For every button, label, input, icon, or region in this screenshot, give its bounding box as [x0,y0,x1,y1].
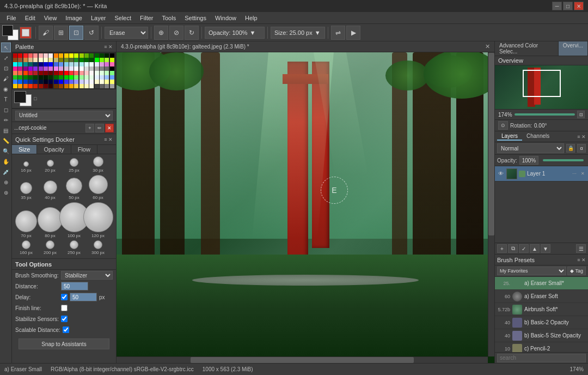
palette-color-83[interactable] [28,71,33,75]
palette-color-142[interactable] [23,84,28,88]
opacity-down-btn[interactable]: ▼ [250,29,256,36]
tool-brush[interactable]: 🖌 [1,74,11,83]
preset-pencil-2[interactable]: 10 c) Pencil-2 [495,342,588,352]
tool-gradient[interactable]: ▤ [1,125,11,135]
palette-color-48[interactable] [54,62,58,66]
palette-color-13[interactable] [79,53,84,58]
brush-smoothing-select[interactable]: Stabilizer [61,271,113,280]
palette-color-97[interactable] [100,71,104,75]
palette-controls[interactable]: ≡ ✕ [104,44,113,50]
palette-color-108[interactable] [54,75,58,80]
tool-btn-3[interactable]: ↻ [185,26,199,40]
palette-color-55[interactable] [89,62,94,66]
palette-color-81[interactable] [18,71,22,75]
palette-color-109[interactable] [59,75,63,80]
stabilize-sensors-checkbox[interactable] [61,316,68,322]
brush-size-item[interactable]: 300 px [87,240,109,255]
brush-circle[interactable] [70,158,78,167]
tool-btn-2[interactable]: ⊘ [169,26,183,40]
palette-color-90[interactable] [64,71,69,75]
distance-input[interactable] [61,282,88,291]
layer-down-btn[interactable]: ▼ [541,244,550,253]
brush-size-item[interactable]: 35 px [15,182,37,200]
close-button[interactable]: ✕ [574,2,584,10]
tool-smart-patch[interactable]: ⊕ [1,177,11,187]
palette-color-44[interactable] [33,62,38,66]
palette-color-71[interactable] [69,66,74,71]
layer-delete-icon[interactable]: ✕ [579,171,586,177]
brush-circle[interactable] [44,180,57,194]
brush-circle[interactable] [22,240,30,249]
palette-color-152[interactable] [74,84,78,88]
palette-color-125[interactable] [39,80,43,84]
opacity-control[interactable]: Opacity: 100% ▼ [205,27,265,39]
palette-color-64[interactable] [33,66,38,71]
brush-circle[interactable] [38,207,63,232]
layer-menu-btn[interactable]: ☰ [576,244,586,253]
palette-color-73[interactable] [79,66,84,71]
brush-size-item[interactable]: 70 px [15,210,37,238]
palette-color-1[interactable] [18,53,22,58]
palette-color-155[interactable] [89,84,94,88]
palette-color-120[interactable] [13,80,17,84]
brush-circle[interactable] [89,175,108,194]
tab-advanced-color[interactable]: Advanced Color Selec... [495,41,559,56]
palette-color-87[interactable] [48,71,53,75]
zoom-slider[interactable] [514,113,575,116]
rotation-left-btn[interactable]: ⊙ [498,121,508,130]
preset-basic-2-opacity[interactable]: 40 b) Basic-2 Opacity [495,316,588,329]
palette-color-41[interactable] [18,62,22,66]
palette-color-12[interactable] [74,53,78,58]
palette-color-106[interactable] [44,75,48,80]
canvas-tab-close[interactable]: ✕ [485,43,490,50]
brush-size-item[interactable]: 160 px [15,240,37,255]
palette-color-4[interactable] [33,53,38,58]
palette-color-146[interactable] [44,84,48,88]
size-down-btn[interactable]: ▼ [315,29,321,36]
palette-color-68[interactable] [54,66,58,71]
palette-color-0[interactable] [13,53,17,58]
palette-color-132[interactable] [74,80,78,84]
palette-color-130[interactable] [64,80,69,84]
brush-tab-flow[interactable]: Flow [71,145,97,154]
palette-color-14[interactable] [84,53,89,58]
minimize-button[interactable]: ─ [552,2,562,10]
palette-color-159[interactable] [110,84,114,88]
palette-color-32[interactable] [74,58,78,62]
palette-color-51[interactable] [69,62,74,66]
palette-color-27[interactable] [48,58,53,62]
tool-shape[interactable]: ◻ [1,105,11,114]
palette-color-134[interactable] [84,80,89,84]
palette-color-103[interactable] [28,75,33,80]
palette-color-61[interactable] [18,66,22,71]
layer-group-edit-btn[interactable]: ✏ [95,124,104,132]
preset-eraser-small[interactable]: 25. a) Eraser Small* [495,277,588,290]
palette-color-34[interactable] [84,58,89,62]
palette-color-50[interactable] [64,62,69,66]
brush-circle[interactable] [93,156,103,167]
palette-color-128[interactable] [54,80,58,84]
palette-color-16[interactable] [95,53,99,58]
layer-options-icon[interactable]: ⋯ [571,171,578,177]
canvas-painting[interactable]: E [117,52,494,363]
brush-size-item[interactable]: 40 px [39,180,61,200]
menu-filter[interactable]: Filter [136,14,157,22]
palette-color-156[interactable] [95,84,99,88]
presets-tag-button[interactable]: ◆ Tag [567,267,586,275]
palette-color-36[interactable] [95,58,99,62]
palette-color-76[interactable] [95,66,99,71]
palette-color-122[interactable] [23,80,28,84]
foreground-color-swatch[interactable] [2,25,13,36]
menu-view[interactable]: View [40,14,62,22]
palette-color-115[interactable] [89,75,94,80]
layer-item[interactable]: 👁 Layer 1 ⋯ ✕ [495,166,588,182]
brush-circle[interactable] [94,240,102,249]
palette-color-148[interactable] [54,84,58,88]
menu-tools[interactable]: Tools [158,14,181,22]
tool-btn-1[interactable]: ⊕ [154,26,168,40]
palette-color-107[interactable] [48,75,53,80]
palette-color-56[interactable] [95,62,99,66]
palette-color-137[interactable] [100,80,104,84]
overview-viewport[interactable] [523,70,561,97]
tab-overview[interactable]: Overvi... [559,41,588,56]
